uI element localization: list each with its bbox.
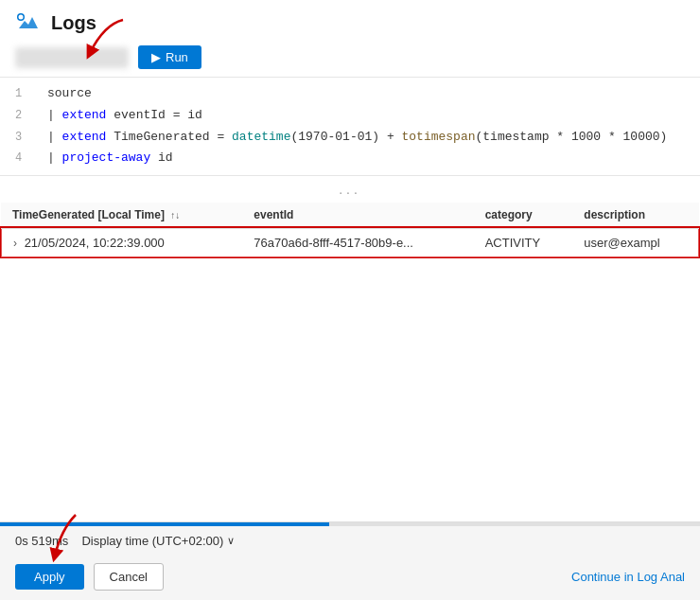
time-value: 21/05/2024, 10:22:39.000 — [25, 236, 165, 250]
run-label: Run — [166, 50, 188, 64]
page-title: Logs — [51, 12, 96, 34]
code-content-4: | project-away id — [47, 149, 173, 168]
status-row: 0s 519ms Display time (UTC+02:00) ∨ — [0, 526, 700, 556]
cell-time: › 21/05/2024, 10:22:39.000 — [1, 228, 242, 257]
col-label-description: description — [584, 208, 645, 221]
svg-rect-0 — [15, 9, 42, 36]
col-header-category[interactable]: category — [474, 203, 573, 228]
code-line-4: 4 | project-away id — [0, 148, 700, 169]
header: Logs — [0, 0, 700, 42]
line-num-2: 2 — [15, 107, 38, 125]
code-content-3: | extend TimeGenerated = datetime(1970-0… — [47, 128, 667, 148]
sort-icon-time: ↑↓ — [170, 210, 180, 221]
toolbar: ▶ Run — [0, 42, 700, 77]
display-time-selector[interactable]: Display time (UTC+02:00) ∨ — [81, 534, 235, 548]
toolbar-blurred-content — [15, 47, 129, 68]
cell-description: user@exampl — [572, 228, 699, 257]
row-expand-button[interactable]: › — [13, 237, 17, 250]
svg-point-2 — [19, 15, 24, 20]
cancel-button[interactable]: Cancel — [94, 563, 164, 591]
table-header: TimeGenerated [Local Time] ↑↓ eventId ca… — [1, 203, 699, 228]
bottom-bar: 0s 519ms Display time (UTC+02:00) ∨ Appl… — [0, 521, 700, 600]
col-label-time: TimeGenerated [Local Time] — [12, 208, 165, 221]
continue-link[interactable]: Continue in Log Anal — [571, 570, 685, 584]
main-content: Logs ▶ Run 1 source 2 | extend eventId = — [0, 0, 700, 600]
code-editor[interactable]: 1 source 2 | extend eventId = id 3 | ext… — [0, 77, 700, 176]
code-content-2: | extend eventId = id — [47, 106, 202, 126]
cell-eventid: 76a70a6d-8fff-4517-80b9-e... — [242, 228, 473, 257]
run-button[interactable]: ▶ Run — [138, 45, 201, 69]
table-row[interactable]: › 21/05/2024, 10:22:39.000 76a70a6d-8fff… — [1, 228, 699, 257]
col-header-description[interactable]: description — [572, 203, 699, 228]
col-label-eventid: eventId — [254, 208, 293, 221]
table-wrapper: TimeGenerated [Local Time] ↑↓ eventId ca… — [0, 203, 700, 258]
line-num-1: 1 — [15, 85, 38, 103]
col-header-time[interactable]: TimeGenerated [Local Time] ↑↓ — [1, 203, 242, 228]
display-time-chevron: ∨ — [227, 535, 235, 547]
apply-button[interactable]: Apply — [15, 564, 84, 590]
display-time-label: Display time (UTC+02:00) — [81, 534, 223, 548]
progress-bar-fill — [0, 522, 329, 526]
col-label-category: category — [485, 208, 533, 221]
table-body: › 21/05/2024, 10:22:39.000 76a70a6d-8fff… — [1, 228, 699, 257]
time-elapsed: 0s 519ms — [15, 534, 68, 548]
line-num-4: 4 — [15, 150, 38, 168]
run-icon: ▶ — [151, 50, 161, 64]
col-header-eventid[interactable]: eventId — [242, 203, 473, 228]
code-line-1: 1 source — [0, 83, 700, 105]
code-line-3: 3 | extend TimeGenerated = datetime(1970… — [0, 127, 700, 149]
action-row: Apply Cancel Continue in Log Anal — [0, 556, 700, 600]
divider-dots: ... — [0, 176, 700, 203]
progress-bar-container — [0, 522, 700, 526]
app-icon — [15, 9, 42, 36]
cell-category: ACTIVITY — [474, 228, 573, 257]
results-table: TimeGenerated [Local Time] ↑↓ eventId ca… — [0, 203, 700, 258]
line-num-3: 3 — [15, 129, 38, 147]
code-line-2: 2 | extend eventId = id — [0, 105, 700, 127]
code-content-1: source — [47, 84, 92, 104]
